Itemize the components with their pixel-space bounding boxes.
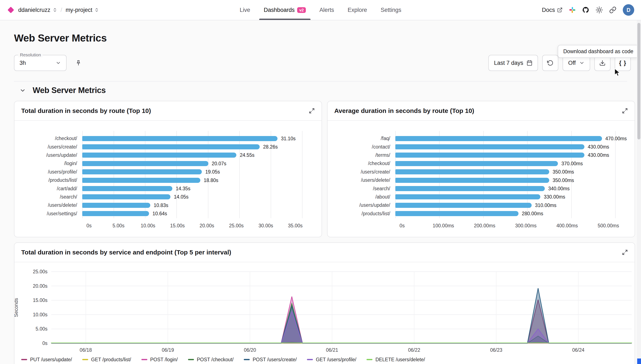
svg-text:10.00s: 10.00s bbox=[33, 312, 48, 318]
bar-value-label: 24.55s bbox=[240, 152, 254, 158]
area-series[interactable] bbox=[51, 288, 632, 343]
section-header[interactable]: Web Server Metrics bbox=[14, 81, 627, 96]
legend-item[interactable]: DELETE /users/delete/ bbox=[366, 357, 425, 362]
bar[interactable] bbox=[395, 161, 558, 166]
bar-row[interactable]: /users/create/28.26s bbox=[21, 142, 315, 151]
nav-item-live[interactable]: Live bbox=[233, 0, 257, 20]
bar-row[interactable]: /products/list/280.00ms bbox=[334, 210, 628, 218]
bar[interactable] bbox=[82, 203, 150, 208]
bar[interactable] bbox=[82, 178, 200, 183]
legend-swatch-icon bbox=[82, 359, 88, 360]
legend-item[interactable]: POST /checkout/ bbox=[188, 357, 234, 362]
bar-value-label: 280.00ms bbox=[522, 211, 543, 216]
legend-item[interactable]: GET /products/list/ bbox=[82, 357, 131, 362]
bar-row[interactable]: /search/340.00ms bbox=[334, 184, 628, 192]
legend-label: PUT /users/update/ bbox=[30, 357, 72, 362]
scrollbar[interactable] bbox=[637, 20, 641, 364]
bar[interactable] bbox=[395, 194, 540, 199]
topbar: ddanielcruzz / my-project LiveDashboards… bbox=[0, 0, 641, 20]
bar-row[interactable]: /terms/430.00ms bbox=[334, 151, 628, 159]
bar[interactable] bbox=[82, 161, 208, 166]
bar-row[interactable]: /faq/470.00ms bbox=[334, 134, 628, 142]
bar-row[interactable]: /users/create/350.00ms bbox=[334, 168, 628, 176]
bar-category-label: /users/update/ bbox=[334, 202, 390, 208]
legend-swatch-icon bbox=[141, 359, 147, 360]
bar-row[interactable]: /users/update/310.00ms bbox=[334, 201, 628, 209]
expand-icon[interactable] bbox=[622, 108, 628, 114]
panel-duration-by-service-endpoint: Total duration in seconds by service and… bbox=[14, 242, 635, 364]
bar[interactable] bbox=[395, 169, 549, 174]
refresh-icon bbox=[547, 60, 553, 66]
bar-row[interactable]: /cart/add/14.35s bbox=[21, 184, 315, 192]
theme-toggle-icon[interactable] bbox=[596, 6, 603, 14]
bar[interactable] bbox=[82, 211, 149, 216]
legend-item[interactable]: POST /login/ bbox=[141, 357, 178, 362]
svg-text:25.00s: 25.00s bbox=[33, 269, 48, 274]
bar-category-label: /faq/ bbox=[334, 136, 390, 141]
bar[interactable] bbox=[82, 194, 170, 199]
bar-category-label: /products/list/ bbox=[21, 177, 77, 183]
nav-item-alerts[interactable]: Alerts bbox=[313, 0, 341, 20]
nav-item-explore[interactable]: Explore bbox=[341, 0, 374, 20]
docs-link[interactable]: Docs bbox=[542, 7, 562, 13]
bar-value-label: 10.83s bbox=[154, 202, 168, 208]
bar[interactable] bbox=[395, 186, 545, 191]
download-icon bbox=[599, 60, 605, 66]
bar[interactable] bbox=[395, 144, 584, 149]
nav-item-dashboards[interactable]: Dashboardsv2 bbox=[257, 0, 313, 20]
bar-row[interactable]: /login/20.07s bbox=[21, 159, 315, 168]
bar-category-label: /users/delete/ bbox=[334, 177, 390, 183]
bar[interactable] bbox=[395, 136, 602, 141]
project-switcher[interactable]: my-project bbox=[66, 7, 99, 13]
bar-category-label: /users/profile/ bbox=[21, 169, 77, 175]
bar[interactable] bbox=[395, 178, 549, 183]
bar-value-label: 10.64s bbox=[152, 211, 167, 216]
bar-chart[interactable]: /checkout/31.10s/users/create/28.26s/use… bbox=[15, 121, 322, 237]
resolution-select[interactable]: Resolution 3h bbox=[14, 55, 67, 71]
bar[interactable] bbox=[395, 203, 532, 208]
bar-value-label: 31.10s bbox=[281, 136, 295, 141]
bar[interactable] bbox=[82, 186, 172, 191]
bar-row[interactable]: /about/330.00ms bbox=[334, 193, 628, 201]
bar[interactable] bbox=[395, 211, 518, 216]
slack-icon[interactable] bbox=[569, 6, 576, 13]
nav-item-settings[interactable]: Settings bbox=[374, 0, 408, 20]
bar-row[interactable]: /users/update/24.55s bbox=[21, 151, 315, 159]
expand-icon[interactable] bbox=[309, 108, 315, 114]
bar-row[interactable]: /search/14.05s bbox=[21, 193, 315, 201]
refresh-button[interactable] bbox=[542, 55, 558, 71]
bar-row[interactable]: /checkout/31.10s bbox=[21, 134, 315, 142]
avatar[interactable]: D bbox=[623, 4, 634, 16]
bar-chart[interactable]: /faq/470.00ms/contact/430.00ms/terms/430… bbox=[327, 121, 635, 237]
bar-row[interactable]: /products/list/18.80s bbox=[21, 176, 315, 184]
legend-item[interactable]: GET /users/profile/ bbox=[307, 357, 356, 362]
x-axis-tick: 0s bbox=[400, 223, 405, 228]
panel-title: Total duration in seconds by service and… bbox=[21, 249, 231, 256]
legend-item[interactable]: PUT /users/update/ bbox=[21, 357, 72, 362]
bar[interactable] bbox=[395, 152, 584, 158]
bar-row[interactable]: /contact/430.00ms bbox=[334, 142, 628, 151]
pin-resolution-button[interactable] bbox=[71, 55, 86, 70]
nav-item-label: Alerts bbox=[319, 7, 334, 13]
svg-text:06/22: 06/22 bbox=[408, 347, 420, 353]
bar-row[interactable]: /user/settings/10.64s bbox=[21, 210, 315, 218]
bar-row[interactable]: /users/profile/19.05s bbox=[21, 168, 315, 176]
legend-item[interactable]: POST /users/create/ bbox=[244, 357, 297, 362]
bar-row[interactable]: /users/delete/10.83s bbox=[21, 201, 315, 209]
brand-logo-icon bbox=[8, 6, 14, 13]
scrollbar-thumb[interactable] bbox=[637, 23, 640, 140]
github-icon[interactable] bbox=[582, 6, 589, 14]
bar[interactable] bbox=[82, 136, 277, 141]
expand-icon[interactable] bbox=[622, 250, 628, 255]
share-link-icon[interactable] bbox=[609, 6, 616, 14]
bar[interactable] bbox=[82, 152, 236, 158]
bar-row[interactable]: /checkout/370.00ms bbox=[334, 159, 628, 168]
scroll-indicator bbox=[637, 358, 641, 364]
area-chart[interactable]: Seconds 0s5.00s10.00s15.00s20.00s25.00s0… bbox=[15, 262, 635, 355]
org-switcher[interactable]: ddanielcruzz bbox=[18, 7, 57, 13]
bar[interactable] bbox=[82, 144, 260, 149]
bar[interactable] bbox=[82, 169, 202, 174]
bar-row[interactable]: /users/delete/350.00ms bbox=[334, 176, 628, 184]
legend-label: DELETE /users/delete/ bbox=[375, 357, 425, 362]
time-range-button[interactable]: Last 7 days bbox=[488, 55, 538, 71]
